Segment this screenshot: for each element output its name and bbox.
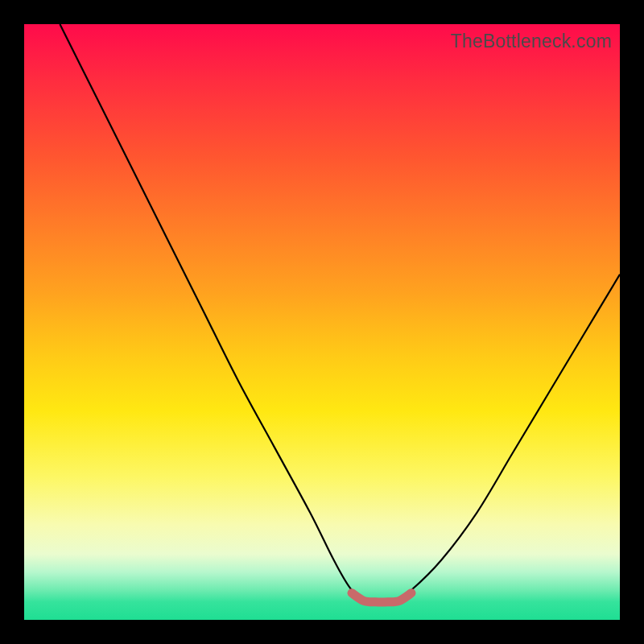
curve-svg — [24, 24, 620, 620]
plot-area: TheBottleneck.com — [24, 24, 620, 620]
chart-container: TheBottleneck.com — [0, 0, 644, 644]
optimal-band — [352, 593, 411, 602]
bottleneck-curve — [60, 24, 620, 604]
